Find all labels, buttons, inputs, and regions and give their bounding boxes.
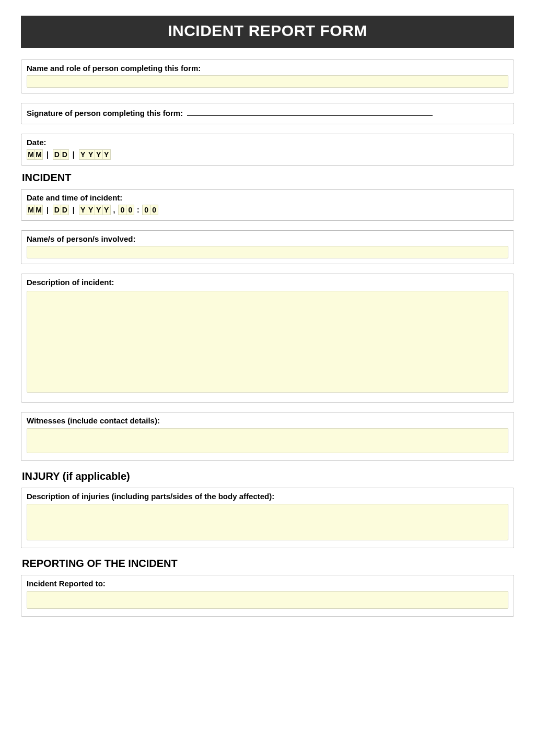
incident-description-input[interactable] xyxy=(27,291,508,393)
reported-to-input[interactable] xyxy=(27,591,508,609)
injury-description-input[interactable] xyxy=(27,504,508,540)
signature-box: Signature of person completing this form… xyxy=(21,103,514,124)
date-box: Date: MM | DD | YYYY xyxy=(21,134,514,166)
incident-heading: INCIDENT xyxy=(22,172,514,184)
reported-to-box: Incident Reported to: xyxy=(21,575,514,617)
persons-involved-input[interactable] xyxy=(27,246,508,258)
incident-datetime-label: Date and time of incident: xyxy=(27,193,508,202)
incident-description-box: Description of incident: xyxy=(21,274,514,403)
injury-description-label: Description of injuries (including parts… xyxy=(27,492,508,501)
persons-involved-box: Name/s of person/s involved: xyxy=(21,230,514,264)
witnesses-input[interactable] xyxy=(27,428,508,453)
incident-datetime-input[interactable]: MM | DD | YYYY , 00 : 00 xyxy=(27,206,158,214)
incident-description-label: Description of incident: xyxy=(27,278,508,287)
witnesses-label: Witnesses (include contact details): xyxy=(27,416,508,425)
date-label: Date: xyxy=(27,138,508,147)
reported-to-label: Incident Reported to: xyxy=(27,579,508,588)
injury-heading: INJURY (if applicable) xyxy=(22,470,514,482)
form-title: INCIDENT REPORT FORM xyxy=(21,16,514,48)
signature-line[interactable] xyxy=(187,115,433,116)
injury-description-box: Description of injuries (including parts… xyxy=(21,488,514,548)
name-role-box: Name and role of person completing this … xyxy=(21,60,514,93)
name-role-input[interactable] xyxy=(27,75,508,88)
date-input[interactable]: MM | DD | YYYY xyxy=(27,150,110,159)
witnesses-box: Witnesses (include contact details): xyxy=(21,412,514,461)
reporting-heading: REPORTING OF THE INCIDENT xyxy=(22,558,514,570)
name-role-label: Name and role of person completing this … xyxy=(27,64,508,73)
signature-label: Signature of person completing this form… xyxy=(27,109,183,117)
persons-involved-label: Name/s of person/s involved: xyxy=(27,234,508,243)
incident-datetime-box: Date and time of incident: MM | DD | YYY… xyxy=(21,189,514,221)
